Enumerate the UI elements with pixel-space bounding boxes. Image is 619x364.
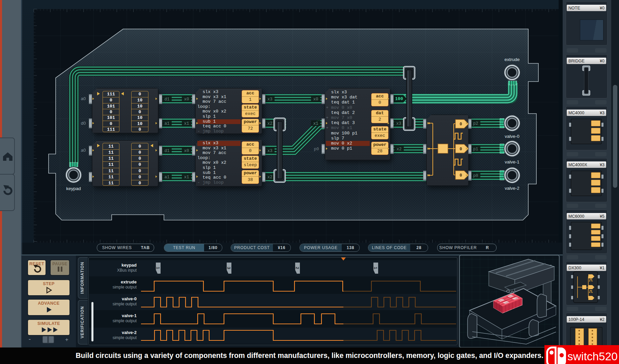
svg-text:switch520: switch520 <box>567 350 618 363</box>
